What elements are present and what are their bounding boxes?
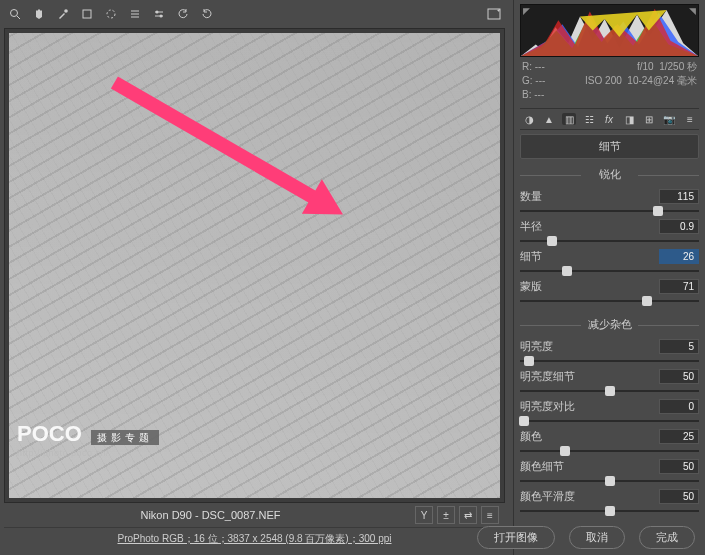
slider[interactable] [520,206,699,216]
param-label: 明亮度 [520,339,553,354]
camera-model: Nikon D90 [140,509,191,521]
slider[interactable] [520,476,699,486]
param-明亮度: 明亮度5 [520,339,699,366]
param-label: 蒙版 [520,279,542,294]
crop-tool-icon[interactable] [80,7,94,21]
preset-panel-icon[interactable]: ≡ [683,113,697,125]
shadow-clip-icon[interactable]: ◤ [523,6,530,16]
right-panel: ◤ ◥ R: --- G: --- B: --- f/10 1/250 秒 IS… [513,0,705,555]
svg-point-4 [107,10,115,18]
zoom-tool-icon[interactable] [8,7,22,21]
exif-meta: R: --- G: --- B: --- f/10 1/250 秒 ISO 20… [520,57,699,105]
param-label: 颜色 [520,429,542,444]
param-label: 细节 [520,249,542,264]
rotate-cw-icon[interactable] [200,7,214,21]
param-颜色: 颜色25 [520,429,699,456]
watermark: POCO 摄影专题 http://photo.poco.cn/ [17,421,159,458]
param-半径: 半径0.9 [520,219,699,246]
hsl-panel-icon[interactable]: ☷ [582,113,596,125]
slider[interactable] [520,416,699,426]
status-bar: ProPhoto RGB；16 位；3837 x 2548 (9.8 百万像素)… [4,527,505,549]
open-image-button[interactable]: 打开图像 [477,526,555,549]
watermark-tag: 摄影专题 [91,430,159,445]
param-value[interactable]: 50 [659,459,699,474]
camera-panel-icon[interactable]: 📷 [662,113,676,125]
basic-panel-icon[interactable]: ◑ [522,113,536,125]
image-canvas[interactable]: POCO 摄影专题 http://photo.poco.cn/ [9,33,500,498]
svg-point-11 [160,15,163,18]
preferences-tool-icon[interactable] [152,7,166,21]
param-明亮度对比: 明亮度对比0 [520,399,699,426]
param-value[interactable]: 26 [659,249,699,264]
rotate-ccw-icon[interactable] [176,7,190,21]
param-颜色平滑度: 颜色平滑度50 [520,489,699,516]
param-数量: 数量115 [520,189,699,216]
done-button[interactable]: 完成 [639,526,695,549]
ruler-tool-icon[interactable] [104,7,118,21]
slider[interactable] [520,356,699,366]
svg-rect-3 [83,10,91,18]
param-label: 颜色细节 [520,459,564,474]
panel-title[interactable]: 细节 [520,134,699,159]
param-value[interactable]: 50 [659,489,699,504]
svg-point-10 [156,11,159,14]
hand-tool-icon[interactable] [32,7,46,21]
param-明亮度细节: 明亮度细节50 [520,369,699,396]
section-sharpen: 锐化 [520,167,699,182]
list-tool-icon[interactable] [128,7,142,21]
aperture: f/10 [637,61,654,72]
shutter: 1/250 秒 [659,61,697,72]
param-细节: 细节26 [520,249,699,276]
highlight-clip-icon[interactable]: ◥ [689,6,696,16]
swap-icon[interactable]: ⇄ [459,506,477,524]
watermark-logo: POCO [17,421,82,446]
svg-point-0 [11,10,18,17]
curve-panel-icon[interactable]: ▲ [542,113,556,125]
fx-panel-icon[interactable]: fx [602,113,616,125]
detail-panel-icon[interactable]: ▥ [562,113,576,125]
expand-icon[interactable] [487,7,501,21]
param-label: 明亮度对比 [520,399,575,414]
param-value[interactable]: 0 [659,399,699,414]
file-bar: Nikon D90 - DSC_0087.NEF Y ± ⇄ ≡ [4,503,505,527]
param-value[interactable]: 5 [659,339,699,354]
app-root: POCO 摄影专题 http://photo.poco.cn/ Nikon D9… [0,0,705,555]
eyedropper-tool-icon[interactable] [56,7,70,21]
image-info[interactable]: ProPhoto RGB；16 位；3837 x 2548 (9.8 百万像素)… [117,532,391,546]
param-value[interactable]: 25 [659,429,699,444]
param-value[interactable]: 50 [659,369,699,384]
channel-g: G: --- [522,74,545,88]
param-label: 颜色平滑度 [520,489,575,504]
slider[interactable] [520,386,699,396]
slider[interactable] [520,236,699,246]
canvas-wrap: POCO 摄影专题 http://photo.poco.cn/ [4,28,505,503]
param-颜色细节: 颜色细节50 [520,459,699,486]
menu-icon[interactable]: ≡ [481,506,499,524]
histogram[interactable]: ◤ ◥ [520,4,699,57]
compare-icon[interactable]: Y [415,506,433,524]
param-value[interactable]: 0.9 [659,219,699,234]
annotation-arrow [111,76,317,203]
lens-panel-icon[interactable]: ⊞ [642,113,656,125]
slider[interactable] [520,266,699,276]
param-value[interactable]: 115 [659,189,699,204]
left-panel: POCO 摄影专题 http://photo.poco.cn/ Nikon D9… [0,0,513,555]
iso: ISO 200 [585,75,622,86]
lens: 10-24@24 毫米 [627,75,697,86]
channel-b: B: --- [522,88,545,102]
slider[interactable] [520,446,699,456]
svg-line-1 [17,16,20,19]
svg-point-2 [64,9,68,13]
param-label: 数量 [520,189,542,204]
slider[interactable] [520,506,699,516]
split-panel-icon[interactable]: ◨ [622,113,636,125]
param-label: 明亮度细节 [520,369,575,384]
section-noise: 减少杂色 [520,317,699,332]
cancel-button[interactable]: 取消 [569,526,625,549]
footer-buttons: 打开图像 取消 完成 [477,526,695,549]
before-after-icon[interactable]: ± [437,506,455,524]
channel-r: R: --- [522,60,545,74]
param-蒙版: 蒙版71 [520,279,699,306]
param-value[interactable]: 71 [659,279,699,294]
slider[interactable] [520,296,699,306]
